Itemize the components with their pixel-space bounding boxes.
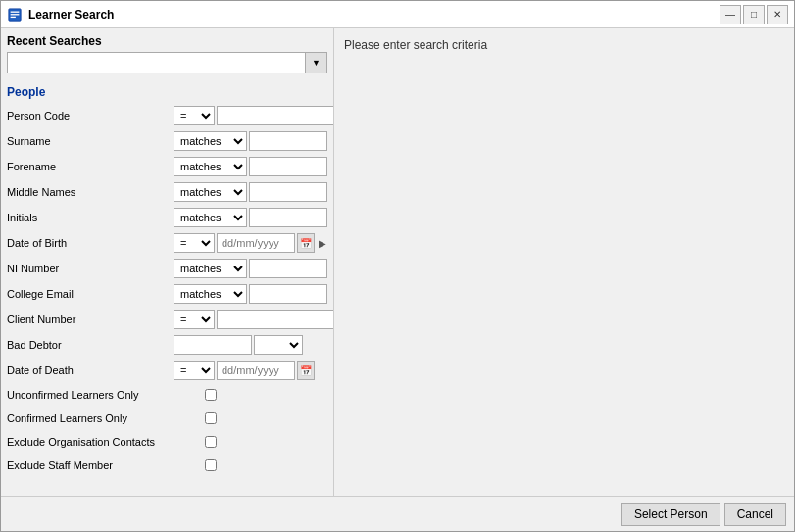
surname-controls: matches: [174, 131, 327, 151]
surname-label: Surname: [7, 135, 174, 147]
unconfirmed-learners-label: Unconfirmed Learners Only: [7, 389, 203, 401]
title-bar: Learner Search — □ ✕: [1, 1, 794, 28]
confirmed-learners-label: Confirmed Learners Only: [7, 412, 203, 424]
bad-debtor-controls: [174, 335, 327, 355]
window-title: Learner Search: [28, 8, 720, 22]
initials-label: Initials: [7, 212, 174, 223]
unconfirmed-learners-row: Unconfirmed Learners Only: [7, 385, 327, 405]
person-code-row: Person Code =: [7, 105, 327, 126]
initials-input[interactable]: [249, 208, 327, 227]
people-section: People Person Code = Surname: [7, 85, 327, 479]
scroll-right-arrow[interactable]: ▶: [317, 236, 328, 251]
date-of-birth-calendar-btn[interactable]: 📅: [297, 233, 315, 253]
svg-rect-3: [11, 16, 16, 17]
date-of-death-label: Date of Death: [7, 364, 174, 376]
ni-number-operator[interactable]: matches: [174, 259, 247, 278]
forename-input[interactable]: [249, 157, 327, 176]
middle-names-controls: matches: [174, 182, 327, 202]
college-email-operator[interactable]: matches: [174, 284, 247, 304]
forename-row: Forename matches: [7, 156, 327, 177]
exclude-staff-member-checkbox[interactable]: [205, 459, 217, 471]
content-area: Recent Searches ▼ People Person Code =: [1, 28, 794, 496]
exclude-staff-member-label: Exclude Staff Member: [7, 459, 203, 471]
date-of-birth-controls: = 📅 ▶: [174, 233, 328, 253]
initials-row: Initials matches: [7, 207, 327, 228]
middle-names-row: Middle Names matches: [7, 181, 327, 203]
client-number-operator[interactable]: =: [174, 310, 215, 329]
confirmed-learners-checkbox[interactable]: [205, 412, 217, 424]
ni-number-controls: matches: [174, 259, 327, 278]
recent-searches-section: Recent Searches ▼: [7, 34, 327, 73]
college-email-row: College Email matches: [7, 283, 327, 305]
exclude-org-contacts-row: Exclude Organisation Contacts: [7, 432, 327, 452]
forename-label: Forename: [7, 161, 174, 172]
ni-number-row: NI Number matches: [7, 258, 327, 279]
svg-rect-1: [11, 11, 20, 12]
forename-controls: matches: [174, 157, 327, 176]
date-of-death-row: Date of Death = 📅: [7, 360, 327, 381]
cancel-button[interactable]: Cancel: [724, 503, 786, 526]
person-code-label: Person Code: [7, 110, 174, 121]
exclude-org-contacts-checkbox[interactable]: [205, 436, 217, 448]
learner-search-window: Learner Search — □ ✕ Recent Searches ▼ P…: [0, 0, 795, 532]
right-panel: Please enter search criteria: [334, 28, 794, 496]
select-person-button[interactable]: Select Person: [621, 503, 720, 526]
bad-debtor-row: Bad Debtor: [7, 334, 327, 356]
unconfirmed-learners-checkbox[interactable]: [205, 389, 217, 401]
college-email-label: College Email: [7, 288, 174, 300]
search-hint: Please enter search criteria: [344, 38, 784, 52]
client-number-controls: =: [174, 310, 334, 329]
date-of-death-calendar-btn[interactable]: 📅: [297, 361, 315, 380]
date-of-birth-row: Date of Birth = 📅 ▶: [7, 232, 327, 254]
surname-row: Surname matches: [7, 130, 327, 152]
middle-names-label: Middle Names: [7, 186, 174, 198]
client-number-label: Client Number: [7, 314, 174, 325]
minimize-button[interactable]: —: [720, 5, 741, 24]
restore-button[interactable]: □: [743, 5, 765, 24]
recent-searches-input[interactable]: [7, 52, 306, 73]
initials-operator[interactable]: matches: [174, 208, 247, 227]
bad-debtor-input[interactable]: [174, 335, 252, 355]
person-code-operator[interactable]: =: [174, 106, 215, 125]
bottom-bar: Select Person Cancel: [1, 496, 794, 531]
people-section-label: People: [7, 85, 327, 99]
recent-searches-combo: ▼: [7, 52, 327, 73]
date-of-birth-operator[interactable]: =: [174, 233, 215, 253]
bad-debtor-label: Bad Debtor: [7, 339, 174, 351]
date-of-birth-label: Date of Birth: [7, 237, 174, 249]
client-number-input[interactable]: [217, 310, 334, 329]
recent-searches-dropdown-btn[interactable]: ▼: [306, 52, 327, 73]
exclude-org-contacts-label: Exclude Organisation Contacts: [7, 436, 203, 448]
date-of-death-operator[interactable]: =: [174, 361, 215, 380]
left-panel: Recent Searches ▼ People Person Code =: [1, 28, 334, 496]
college-email-controls: matches: [174, 284, 327, 304]
exclude-staff-member-row: Exclude Staff Member: [7, 456, 327, 475]
date-of-birth-input[interactable]: [217, 233, 295, 253]
confirmed-learners-row: Confirmed Learners Only: [7, 409, 327, 428]
date-of-death-input[interactable]: [217, 361, 295, 380]
date-of-death-controls: = 📅: [174, 361, 327, 380]
person-code-input[interactable]: [217, 106, 334, 125]
recent-searches-label: Recent Searches: [7, 34, 327, 48]
ni-number-input[interactable]: [249, 259, 327, 278]
bad-debtor-select[interactable]: [254, 335, 303, 355]
college-email-input[interactable]: [249, 284, 327, 304]
client-number-row: Client Number =: [7, 309, 327, 330]
close-button[interactable]: ✕: [767, 5, 788, 24]
surname-input[interactable]: [249, 131, 327, 151]
person-code-controls: =: [174, 106, 334, 125]
initials-controls: matches: [174, 208, 327, 227]
window-icon: [7, 7, 23, 23]
forename-operator[interactable]: matches: [174, 157, 247, 176]
middle-names-input[interactable]: [249, 182, 327, 202]
svg-rect-2: [11, 14, 20, 15]
ni-number-label: NI Number: [7, 263, 174, 274]
surname-operator[interactable]: matches: [174, 131, 247, 151]
window-controls: — □ ✕: [720, 5, 788, 24]
middle-names-operator[interactable]: matches: [174, 182, 247, 202]
